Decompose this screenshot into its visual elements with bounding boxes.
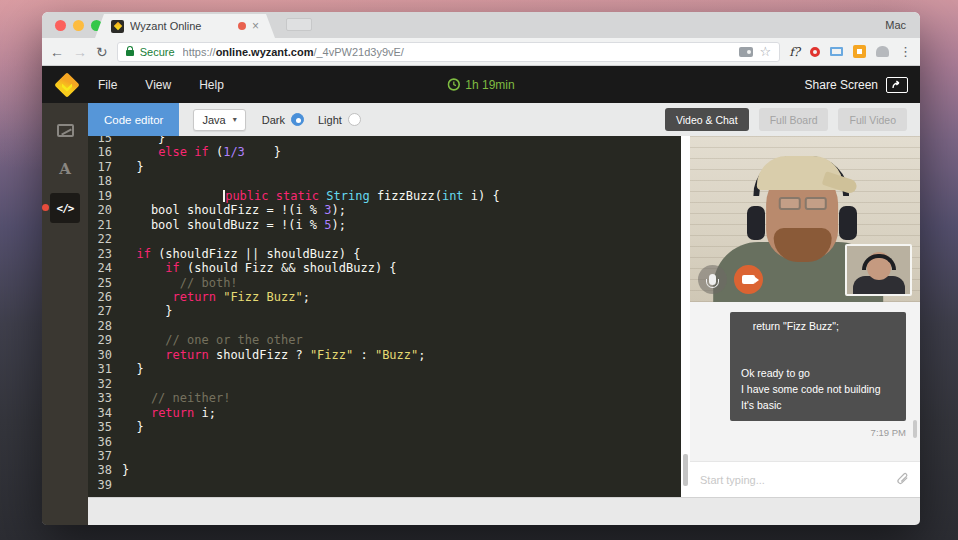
tab-close-icon[interactable]: × <box>252 20 259 32</box>
session-timer: 1h 19min <box>447 78 514 92</box>
view-mode-buttons: Video & ChatFull BoardFull Video <box>665 108 907 131</box>
theme-dark-radio[interactable] <box>291 113 304 126</box>
extension-icons: f? ⋮ <box>789 44 912 59</box>
theme-light-radio[interactable] <box>348 113 361 126</box>
menu-file[interactable]: File <box>98 78 117 92</box>
mute-mic-button[interactable] <box>698 265 727 294</box>
close-window-button[interactable] <box>55 20 66 31</box>
honey-extension-icon[interactable] <box>853 45 866 58</box>
forward-button: → <box>73 45 87 59</box>
video-controls <box>698 265 763 294</box>
new-tab-button[interactable] <box>286 18 312 31</box>
tool-sidebar: A </> <box>42 103 88 525</box>
notification-dot-icon <box>42 204 49 211</box>
camera-icon <box>742 275 755 284</box>
bookmark-star-icon[interactable]: ☆ <box>759 45 771 58</box>
tutor-video-feed <box>690 136 920 302</box>
code-line: 36 <box>96 435 681 449</box>
share-screen-icon <box>886 77 908 93</box>
whiteboard-icon <box>57 124 74 137</box>
attachment-paperclip-icon[interactable] <box>895 472 910 487</box>
code-line: 15 } <box>96 136 681 145</box>
chat-input-row <box>690 461 920 497</box>
wyzant-favicon-icon <box>111 20 124 33</box>
media-cast-icon[interactable] <box>739 47 753 57</box>
chat-timestamp: 7:19 PM <box>690 427 906 438</box>
url-host: online.wyzant.com <box>216 46 314 58</box>
share-screen[interactable]: Share Screen <box>805 77 908 93</box>
url-scheme: https:// <box>183 46 216 58</box>
video-chat-panel: return "Fizz Buzz"; Ok ready to go I hav… <box>690 136 920 497</box>
theme-dark-label: Dark <box>262 114 285 126</box>
code-line: 24 if (should Fizz && shouldBuzz) { <box>96 261 681 275</box>
refresh-button[interactable]: ↻ <box>96 45 108 59</box>
back-button[interactable]: ← <box>50 45 64 59</box>
chat-input[interactable] <box>700 474 887 486</box>
microphone-icon <box>709 274 716 285</box>
secure-lock-icon <box>126 50 134 56</box>
code-editor-tool-button[interactable]: </> <box>50 193 80 223</box>
editor-scrollbar-thumb[interactable] <box>683 454 688 486</box>
code-line: 39 <box>96 478 681 492</box>
theme-light-option[interactable]: Light <box>318 113 361 126</box>
editor-toolbar: Code editor Java ▾ Dark Light Video & Ch… <box>88 103 920 136</box>
code-line: 25 // both! <box>96 276 681 290</box>
browser-tab[interactable]: Wyzant Online × <box>95 14 275 38</box>
code-line: 19 public static String fizzBuzz(int i) … <box>96 189 681 203</box>
code-line: 21 bool shouldBuzz = !(i % 5); <box>96 218 681 232</box>
chat-message-bubble: return "Fizz Buzz"; Ok ready to go I hav… <box>730 312 906 421</box>
tab-bar: Wyzant Online × Mac <box>42 12 920 38</box>
code-line: 23 if (shouldFizz || shouldBuzz) { <box>96 247 681 261</box>
code-line: 16 else if (1/3 } <box>96 145 681 159</box>
chat-scrollbar-thumb[interactable] <box>913 420 917 438</box>
text-tool-button[interactable]: A <box>50 154 80 184</box>
url-text: https://online.wyzant.com/_4vPW21d3y9vE/ <box>183 46 734 58</box>
code-line: 20 bool shouldFizz = !(i % 3); <box>96 203 681 217</box>
wyzant-logo-icon <box>54 72 80 98</box>
camera-toggle-button[interactable] <box>734 265 763 294</box>
theme-light-label: Light <box>318 114 342 126</box>
wyzant-app: FileViewHelp 1h 19min Share Screen <box>42 66 920 525</box>
editor-scrollbar[interactable] <box>681 136 690 497</box>
menu-view[interactable]: View <box>145 78 171 92</box>
code-icon: </> <box>57 202 74 215</box>
code-editor[interactable]: 15 }16 else if (1/3 }17 }1819 public sta… <box>88 136 681 497</box>
share-screen-label: Share Screen <box>805 78 878 92</box>
code-line: 38} <box>96 463 681 477</box>
student-video-pip[interactable] <box>845 244 912 296</box>
language-dropdown[interactable]: Java ▾ <box>193 109 245 131</box>
code-line: 37 <box>96 449 681 463</box>
code-line: 33 // neither! <box>96 391 681 405</box>
opera-extension-icon[interactable] <box>810 47 820 57</box>
cloud-extension-icon[interactable] <box>876 46 889 57</box>
minimize-window-button[interactable] <box>73 20 84 31</box>
whiteboard-tool-button[interactable] <box>50 115 80 145</box>
code-editor-tab[interactable]: Code editor <box>88 103 179 136</box>
app-menus: FileViewHelp <box>98 78 224 92</box>
student-headphones <box>862 254 896 270</box>
browser-menu-icon[interactable]: ⋮ <box>899 44 912 59</box>
timer-text: 1h 19min <box>465 78 514 92</box>
menu-help[interactable]: Help <box>199 78 224 92</box>
function-extension-icon[interactable]: f? <box>789 45 800 59</box>
full-video-button[interactable]: Full Video <box>838 108 907 131</box>
window-footer <box>88 497 920 525</box>
tab-title: Wyzant Online <box>130 20 232 32</box>
headphone-left <box>747 206 765 240</box>
address-bar[interactable]: Secure https://online.wyzant.com/_4vPW21… <box>117 42 780 62</box>
code-line: 31 } <box>96 362 681 376</box>
code-line: 28 <box>96 319 681 333</box>
mac-label: Mac <box>885 19 906 31</box>
frame-extension-icon[interactable] <box>830 47 843 56</box>
traffic-lights <box>55 20 102 31</box>
code-line: 17 } <box>96 160 681 174</box>
code-line: 30 return shouldFizz ? "Fizz" : "Buzz"; <box>96 348 681 362</box>
text-icon: A <box>59 160 71 178</box>
headphone-right <box>839 206 857 240</box>
code-line: 34 return i; <box>96 406 681 420</box>
full-board-button[interactable]: Full Board <box>759 108 829 131</box>
app-header: FileViewHelp 1h 19min Share Screen <box>42 66 920 103</box>
theme-dark-option[interactable]: Dark <box>262 113 304 126</box>
code-line: 29 // one or the other <box>96 333 681 347</box>
video-chat-button[interactable]: Video & Chat <box>665 108 749 131</box>
